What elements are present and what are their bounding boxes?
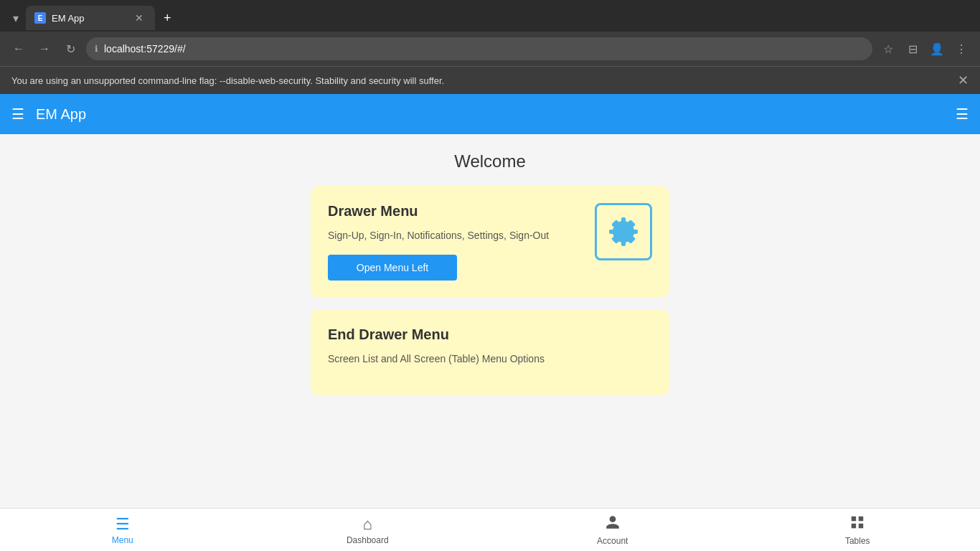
nav-item-menu[interactable]: ☰ Menu	[0, 509, 245, 551]
warning-close-button[interactable]: ✕	[958, 72, 969, 88]
end-drawer-menu-card: End Drawer Menu Screen List and All Scre…	[311, 309, 669, 395]
browser-tabs: ▾ EM App ✕ +	[0, 0, 980, 32]
profile-button[interactable]: 👤	[927, 39, 947, 59]
card2-title: End Drawer Menu	[328, 326, 652, 343]
forward-button[interactable]: →	[34, 39, 55, 59]
card2-description: Screen List and All Screen (Table) Menu …	[328, 352, 652, 367]
drawer-menu-card: Drawer Menu Sign-Up, Sign-In, Notificati…	[311, 186, 669, 298]
active-tab: EM App ✕	[26, 6, 155, 30]
tab-switcher[interactable]: ▾	[6, 8, 26, 28]
app-header: ☰ EM App ☰	[0, 94, 980, 134]
tables-nav-label: Tables	[845, 536, 870, 546]
card1-description: Sign-Up, Sign-In, Notifications, Setting…	[328, 228, 583, 243]
card2-content: End Drawer Menu Screen List and All Scre…	[328, 326, 652, 378]
nav-item-tables[interactable]: Tables	[735, 509, 981, 551]
gear-icon-box	[595, 203, 652, 260]
warning-bar: You are using an unsupported command-lin…	[0, 66, 980, 94]
menu-open-button[interactable]: ☰	[11, 105, 24, 123]
open-menu-left-button[interactable]: Open Menu Left	[328, 255, 457, 281]
new-tab-button[interactable]: +	[158, 8, 177, 29]
address-bar[interactable]: ℹ localhost:57229/#/	[86, 37, 872, 60]
card1-title: Drawer Menu	[328, 203, 583, 220]
header-right: ☰	[956, 105, 969, 123]
info-icon: ℹ	[95, 44, 98, 54]
tab-title: EM App	[52, 13, 129, 24]
dashboard-nav-label: Dashboard	[347, 535, 389, 545]
bookmark-button[interactable]: ☆	[878, 39, 898, 59]
menu-right-button[interactable]: ☰	[956, 105, 969, 123]
account-nav-label: Account	[597, 536, 628, 546]
browser-nav: ← → ↻ ℹ localhost:57229/#/ ☆ ⊟ 👤 ⋮	[0, 32, 980, 66]
welcome-title: Welcome	[454, 151, 526, 171]
back-button[interactable]: ←	[9, 39, 29, 59]
account-nav-icon	[605, 514, 621, 534]
browser-actions: ☆ ⊟ 👤 ⋮	[878, 39, 971, 59]
tables-nav-icon	[849, 514, 865, 534]
warning-text: You are using an unsupported command-lin…	[11, 75, 444, 86]
bottom-nav: ☰ Menu ⌂ Dashboard Account Tables	[0, 508, 980, 551]
card1-content: Drawer Menu Sign-Up, Sign-In, Notificati…	[328, 203, 583, 281]
dashboard-nav-icon: ⌂	[363, 515, 372, 534]
main-content: Welcome Drawer Menu Sign-Up, Sign-In, No…	[0, 134, 980, 508]
tab-close-button[interactable]: ✕	[132, 11, 146, 25]
menu-nav-label: Menu	[112, 535, 133, 545]
refresh-button[interactable]: ↻	[60, 39, 80, 59]
menu-nav-icon: ☰	[116, 515, 130, 534]
app-title: EM App	[36, 106, 86, 123]
media-button[interactable]: ⊟	[903, 39, 923, 59]
nav-item-dashboard[interactable]: ⌂ Dashboard	[245, 509, 491, 551]
browser-chrome: ▾ EM App ✕ + ← → ↻ ℹ localhost:57229/#/ …	[0, 0, 980, 94]
tab-favicon	[34, 12, 46, 24]
gear-svg-icon	[606, 214, 641, 250]
header-left: ☰ EM App	[11, 105, 86, 123]
more-button[interactable]: ⋮	[951, 39, 971, 59]
nav-item-account[interactable]: Account	[490, 509, 735, 551]
url-text: localhost:57229/#/	[104, 43, 186, 55]
app-content: ☰ EM App ☰ Welcome Drawer Menu Sign-Up, …	[0, 94, 980, 551]
